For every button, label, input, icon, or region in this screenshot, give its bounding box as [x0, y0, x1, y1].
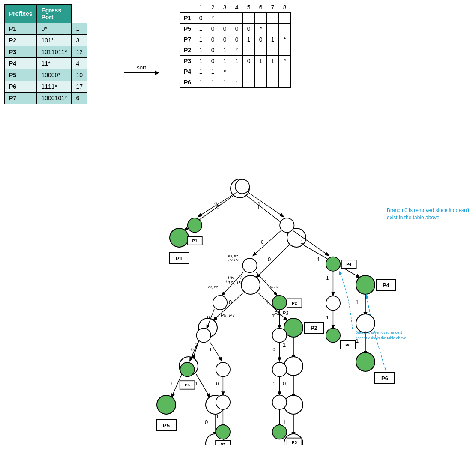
cell-prefix: 1111* — [37, 81, 72, 93]
svg-text:P5, P7,: P5, P7, — [228, 254, 239, 258]
cell-port: 17 — [72, 81, 87, 93]
table-row: P7 1000101* 6 — [5, 93, 87, 104]
cell-port: 6 — [72, 93, 87, 104]
cell-prefix: 10000* — [37, 69, 72, 81]
cell-prefix: 0* — [37, 23, 72, 35]
svg-text:1: 1 — [258, 201, 260, 206]
table-row: P6 1111* 17 — [5, 81, 87, 93]
matrix-cell — [267, 45, 279, 56]
matrix-cell — [231, 66, 243, 77]
matrix-cell: * — [231, 77, 243, 88]
cell-id: P3 — [5, 46, 37, 58]
svg-point-36 — [272, 328, 287, 342]
svg-text:0: 0 — [261, 240, 263, 245]
svg-text:P2, P3: P2, P3 — [269, 285, 279, 289]
matrix-cell: 0 — [195, 13, 207, 24]
arrow-line — [124, 72, 159, 73]
svg-point-8 — [280, 218, 294, 232]
matrix-cell: * — [219, 66, 231, 77]
matrix-col-header: 4 — [231, 2, 243, 13]
matrix-cell: 1 — [195, 24, 207, 34]
matrix-cell — [267, 66, 279, 77]
svg-point-5 — [188, 218, 202, 232]
matrix-cell: 1 — [267, 34, 279, 45]
svg-point-16 — [326, 257, 340, 271]
matrix-row-label: P6 — [180, 77, 195, 88]
matrix-cell: 1 — [195, 56, 207, 66]
matrix-cell: 1 — [195, 66, 207, 77]
matrix-cell — [267, 24, 279, 34]
tree-container: 0 1 P1 0 1 P5, P7, P2, P3 P4 — [0, 163, 476, 445]
svg-text:P3: P3 — [292, 440, 297, 445]
matrix-cell — [267, 77, 279, 88]
matrix-col-header: 6 — [255, 2, 267, 13]
matrix-col-header — [180, 2, 195, 13]
col-header-prefixes: Prefixes — [5, 5, 37, 23]
cell-port: 4 — [72, 58, 87, 69]
sort-arrow: sort — [124, 64, 159, 73]
svg-text:1: 1 — [216, 414, 219, 419]
matrix-row: P6111* — [180, 77, 291, 88]
matrix-cell: 1 — [207, 77, 219, 88]
prefix-table-container: Prefixes EgressPort P1 0* 1P2 101* 3P3 1… — [4, 4, 87, 104]
svg-point-69 — [272, 425, 287, 439]
matrix-cell: 1 — [255, 56, 267, 66]
matrix-row-label: P7 — [180, 34, 195, 45]
matrix-cell — [255, 77, 267, 88]
matrix-cell — [243, 77, 255, 88]
matrix-cell — [231, 13, 243, 24]
matrix-table: 12345678 P10*P510000*P71000101*P2101*P31… — [180, 2, 291, 88]
matrix-row-label: P2 — [180, 45, 195, 56]
matrix-cell: 0 — [207, 56, 219, 66]
matrix-cell: 1 — [207, 66, 219, 77]
svg-point-61 — [272, 395, 287, 409]
matrix-cell: 1 — [219, 45, 231, 56]
svg-point-58 — [216, 395, 230, 409]
cell-port: 12 — [72, 46, 87, 58]
cell-id: P5 — [5, 69, 37, 81]
matrix-col-header: 2 — [207, 2, 219, 13]
cell-id: P6 — [5, 81, 37, 93]
matrix-container: 12345678 P10*P510000*P71000101*P2101*P31… — [180, 2, 291, 88]
matrix-cell — [279, 77, 291, 88]
matrix-row-label: P4 — [180, 66, 195, 77]
cell-prefix: 101* — [37, 35, 72, 46]
matrix-cell: * — [279, 56, 291, 66]
svg-text:doesn't exist in the table abo: doesn't exist in the table above — [356, 336, 407, 340]
table-row: P2 101* 3 — [5, 35, 87, 46]
matrix-col-header: 3 — [219, 2, 231, 13]
svg-text:Branch 0 is removed since it: Branch 0 is removed since it — [356, 330, 403, 335]
svg-point-28 — [272, 296, 287, 310]
svg-point-42 — [326, 328, 340, 342]
cell-prefix: 11* — [37, 58, 72, 69]
matrix-cell: * — [279, 34, 291, 45]
sort-label: sort — [137, 64, 146, 71]
matrix-row-label: P5 — [180, 24, 195, 34]
svg-text:1: 1 — [326, 276, 329, 281]
matrix-col-header: 5 — [243, 2, 255, 13]
table-row: P1 0* 1 — [5, 23, 87, 35]
svg-line-2 — [198, 192, 236, 217]
svg-point-55 — [272, 362, 287, 376]
matrix-cell — [255, 66, 267, 77]
svg-point-64 — [216, 425, 230, 439]
svg-text:P2: P2 — [292, 301, 297, 305]
svg-text:1: 1 — [272, 382, 275, 386]
matrix-cell: 1 — [219, 56, 231, 66]
cell-id: P7 — [5, 93, 37, 104]
matrix-cell: 0 — [207, 24, 219, 34]
svg-text:0: 0 — [216, 382, 219, 386]
svg-text:P5, P7: P5, P7 — [208, 285, 219, 289]
svg-text:P2, P3: P2, P3 — [228, 258, 239, 262]
matrix-col-header: 1 — [195, 2, 207, 13]
matrix-cell — [279, 13, 291, 24]
matrix-cell: 0 — [219, 24, 231, 34]
matrix-cell: * — [255, 24, 267, 34]
matrix-cell: 1 — [267, 56, 279, 66]
matrix-col-header: 7 — [267, 2, 279, 13]
matrix-cell — [255, 45, 267, 56]
matrix-row: P71000101* — [180, 34, 291, 45]
matrix-row: P31011011* — [180, 56, 291, 66]
table-row: P3 1011011* 12 — [5, 46, 87, 58]
prefix-table: Prefixes EgressPort P1 0* 1P2 101* 3P3 1… — [4, 4, 87, 104]
